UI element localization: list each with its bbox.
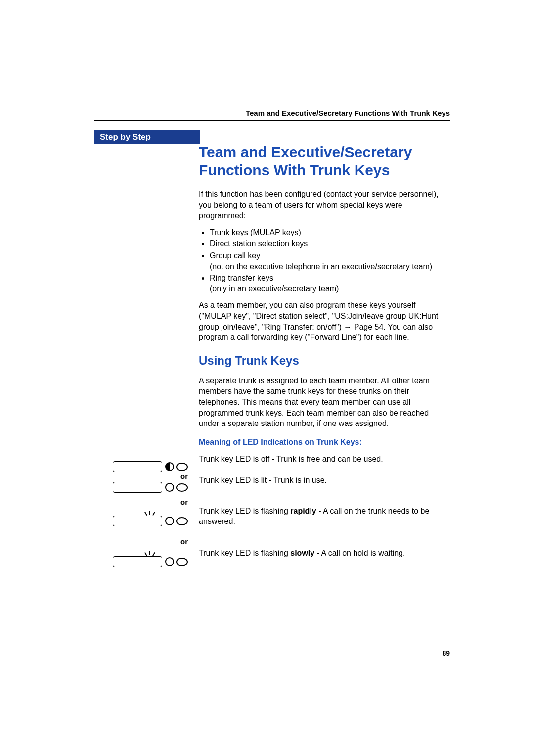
- list-item: Trunk keys (MULAP keys): [210, 227, 450, 238]
- list-item: Direct station selection keys: [210, 238, 450, 249]
- page-reference[interactable]: Page 54: [352, 323, 383, 331]
- key-outline-icon: [113, 482, 162, 493]
- columns: Step by Step or or: [94, 130, 450, 565]
- led-off-icon: [165, 462, 174, 471]
- key-led-flash-rapid-icon: [94, 516, 188, 526]
- page: Team and Executive/Secretary Functions W…: [0, 0, 534, 565]
- flash-rays-icon: [142, 551, 157, 558]
- section-heading: Using Trunk Keys: [199, 354, 450, 368]
- led-lit-icon: [165, 483, 174, 492]
- text-run: - A call on hold is waiting.: [314, 549, 405, 557]
- led-flash-icon: [165, 557, 174, 566]
- led-lit-description: Trunk key LED is lit - Trunk is in use.: [199, 475, 450, 486]
- or-separator: or: [94, 498, 188, 506]
- running-header: Team and Executive/Secretary Functions W…: [94, 109, 450, 121]
- text-run: Trunk key LED is flashing: [199, 507, 290, 515]
- led-slow-description: Trunk key LED is flashing slowly - A cal…: [199, 548, 450, 559]
- arrow-icon: →: [344, 323, 352, 331]
- trunk-description-paragraph: A separate trunk is assigned to each tea…: [199, 376, 450, 429]
- right-column: Team and Executive/Secretary Functions W…: [199, 130, 450, 565]
- or-separator: or: [94, 537, 188, 546]
- key-types-list: Trunk keys (MULAP keys) Direct station s…: [199, 227, 450, 294]
- led-rapid-description: Trunk key LED is flashing rapidly - A ca…: [199, 506, 450, 527]
- text-run: Trunk key LED is flashing: [199, 549, 290, 557]
- led-off-description: Trunk key LED is off - Trunk is free and…: [199, 454, 450, 465]
- subsection-heading: Meaning of LED Indications on Trunk Keys…: [199, 438, 450, 447]
- left-column: Step by Step or or: [94, 130, 199, 565]
- step-by-step-label: Step by Step: [94, 130, 200, 144]
- page-number: 89: [442, 649, 450, 657]
- led-lamp-icon: [176, 463, 188, 471]
- led-lamp-icon: [176, 517, 188, 525]
- bold-text: rapidly: [290, 507, 316, 515]
- or-separator: or: [94, 472, 188, 480]
- key-led-off-icon: [94, 461, 188, 472]
- list-item: Ring transfer keys (only in an executive…: [210, 273, 450, 294]
- list-item: Group call key (not on the executive tel…: [210, 250, 450, 272]
- led-lamp-icon: [176, 483, 188, 492]
- flash-rays-icon: [142, 511, 157, 518]
- bold-text: slowly: [290, 549, 314, 557]
- led-flash-icon: [165, 517, 174, 525]
- program-keys-paragraph: As a team member, you can also program t…: [199, 300, 450, 342]
- key-outline-icon: [113, 461, 162, 472]
- key-led-flash-slow-icon: [94, 556, 188, 567]
- key-led-lit-icon: [94, 482, 188, 493]
- intro-paragraph: If this function has been configured (co…: [199, 189, 450, 221]
- page-title: Team and Executive/Secretary Functions W…: [199, 143, 450, 179]
- led-lamp-icon: [176, 558, 188, 566]
